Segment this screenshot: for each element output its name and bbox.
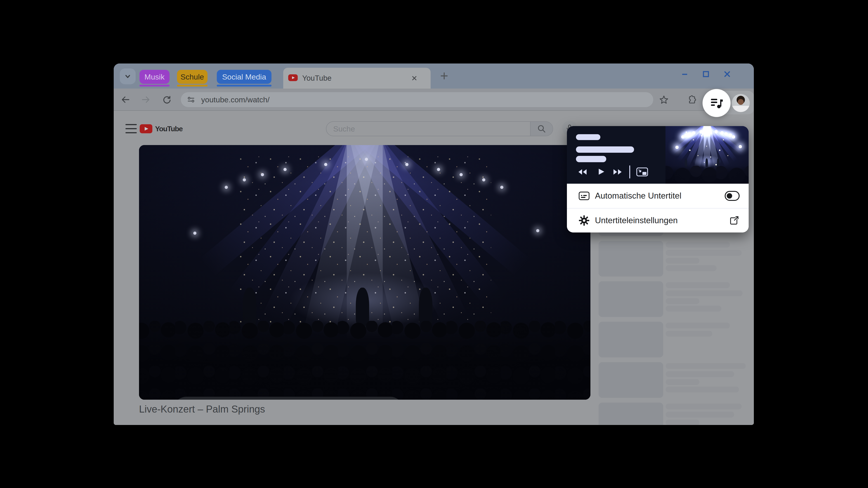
settings-gear-icon	[579, 215, 590, 226]
auto-captions-row[interactable]: Automatische Untertitel	[567, 184, 749, 208]
picture-in-picture-button[interactable]	[636, 167, 648, 177]
star-icon	[659, 95, 669, 105]
window-controls	[680, 67, 732, 82]
tab-title: YouTube	[302, 68, 332, 89]
tab-group-underline	[217, 85, 272, 87]
extensions-puzzle-icon	[686, 95, 696, 105]
active-tab-youtube[interactable]: YouTube	[283, 68, 431, 89]
media-controls-popup: Automatische Untertitel	[567, 126, 749, 232]
row-label: Untertiteleinstellungen	[595, 216, 678, 225]
chevron-down-icon	[124, 72, 132, 80]
text-placeholder	[576, 156, 606, 162]
media-thumbnail	[665, 126, 749, 184]
extensions-button[interactable]	[686, 95, 696, 105]
fast-forward-icon	[613, 168, 623, 175]
youtube-search-bar	[326, 121, 553, 136]
caption-settings-row[interactable]: Untertiteleinstellungen	[567, 208, 749, 232]
menu-button[interactable]	[125, 124, 137, 133]
browser-window: Musik Schule Social Media YouTube	[114, 64, 754, 425]
media-controls-button[interactable]	[703, 89, 731, 117]
skeleton-video-item	[598, 322, 754, 359]
tab-group-label: Social Media	[222, 72, 266, 81]
tab-group-label: Schule	[181, 72, 204, 81]
reload-button[interactable]	[162, 95, 172, 105]
minimize-button[interactable]	[680, 70, 689, 78]
profile-avatar[interactable]	[732, 94, 750, 112]
media-session-card	[567, 126, 749, 184]
tab-search-button[interactable]	[120, 68, 135, 84]
confetti	[238, 155, 491, 323]
forward-arrow-icon	[141, 95, 151, 105]
maximize-icon	[702, 70, 710, 78]
crowd-silhouette	[139, 321, 590, 400]
forward-button[interactable]	[141, 95, 151, 105]
video-title: Live-Konzert – Palm Springs	[139, 403, 265, 415]
tab-group-underline	[177, 85, 208, 87]
youtube-play-icon	[140, 124, 152, 133]
back-arrow-icon	[121, 95, 130, 105]
video-player[interactable]: Läuft gerade auf dem Fernseher im Wohnzi…	[139, 145, 590, 400]
tab-group-musik[interactable]: Musik	[140, 70, 169, 84]
open-caption-settings[interactable]	[729, 215, 740, 226]
close-window-button[interactable]	[723, 70, 732, 78]
youtube-favicon-icon	[288, 74, 298, 81]
youtube-logo[interactable]: YouTube	[140, 124, 183, 133]
search-input[interactable]	[327, 122, 528, 136]
search-button[interactable]	[530, 122, 553, 136]
skeleton-video-item	[598, 281, 754, 319]
address-bar[interactable]: youtube.com/watch/	[181, 92, 653, 107]
desktop-background: Musik Schule Social Media YouTube	[0, 0, 868, 488]
divider	[629, 165, 630, 178]
plus-icon	[439, 71, 449, 81]
tab-group-social-media[interactable]: Social Media	[217, 70, 272, 84]
youtube-wordmark: YouTube	[155, 125, 183, 133]
new-tab-button[interactable]	[437, 69, 452, 83]
url-text: youtube.com/watch/	[201, 95, 270, 104]
skeleton-video-item	[598, 241, 754, 278]
cast-status-text: Läuft gerade auf dem Fernseher im Wohnzi…	[203, 399, 403, 400]
open-in-new-icon	[729, 215, 740, 226]
close-icon	[723, 70, 732, 78]
rewind-button[interactable]	[577, 168, 587, 175]
subtitles-icon	[579, 191, 590, 200]
maximize-button[interactable]	[702, 70, 710, 78]
tab-strip: Musik Schule Social Media YouTube	[114, 64, 754, 89]
browser-toolbar: youtube.com/watch/	[114, 89, 754, 111]
fast-forward-button[interactable]	[613, 168, 623, 175]
title-placeholder	[576, 134, 600, 140]
media-queue-music-icon	[710, 96, 723, 109]
row-label: Automatische Untertitel	[595, 191, 682, 201]
concert-stage-scene	[665, 126, 749, 184]
tab-close-button[interactable]	[410, 74, 418, 82]
text-placeholder	[576, 147, 634, 153]
toggle-knob	[727, 193, 732, 199]
minimize-icon	[680, 70, 689, 78]
cast-status-banner: Läuft gerade auf dem Fernseher im Wohnzi…	[173, 397, 403, 400]
back-button[interactable]	[121, 95, 130, 105]
rewind-icon	[577, 168, 587, 175]
close-icon	[410, 74, 418, 82]
video-frame	[139, 145, 590, 400]
auto-captions-toggle[interactable]	[725, 191, 740, 201]
reload-icon	[162, 95, 172, 105]
skeleton-video-item	[598, 402, 754, 425]
tab-group-label: Musik	[145, 72, 164, 81]
site-settings-icon[interactable]	[187, 95, 195, 104]
concert-stage-scene	[139, 145, 590, 400]
confetti	[684, 128, 730, 166]
tab-group-underline	[140, 85, 169, 87]
crowd-silhouette	[665, 166, 749, 184]
tab-group-schule[interactable]: Schule	[177, 70, 208, 84]
skeleton-video-item	[598, 362, 754, 400]
play-button[interactable]	[598, 168, 605, 175]
play-icon	[598, 168, 605, 175]
bookmark-button[interactable]	[659, 95, 669, 105]
picture-in-picture-icon	[636, 167, 648, 177]
search-icon	[537, 124, 546, 133]
